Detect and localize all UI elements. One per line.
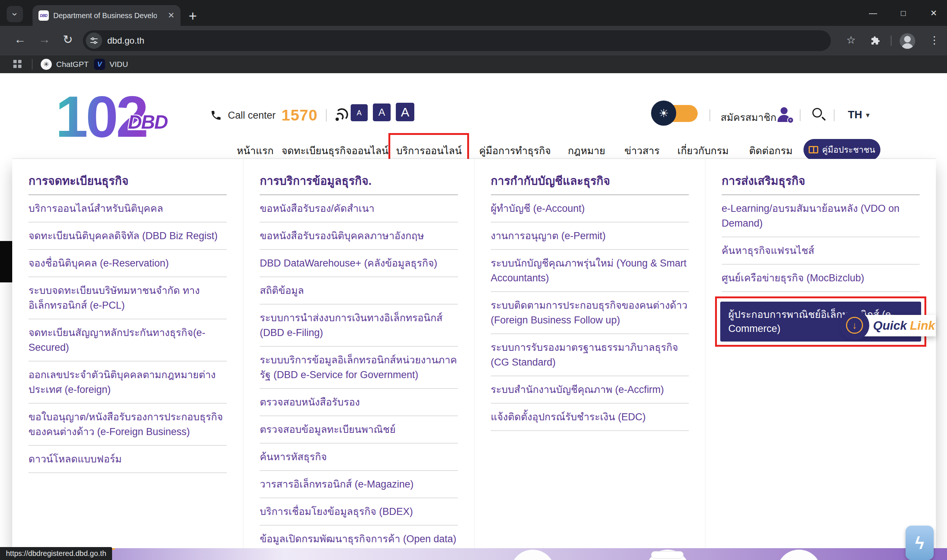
nav-item-business-guide[interactable]: คู่มือการทำธุรกิจ: [479, 143, 551, 158]
menu-item[interactable]: สถิติข้อมูล: [260, 277, 458, 305]
bookmark-vidu[interactable]: V VIDU: [94, 58, 128, 71]
screen: › DBD Department of Business Develo ✕ + …: [0, 0, 947, 560]
menu-item[interactable]: จดทะเบียนสัญญาหลักประกันทางธุรกิจ(e-Secu…: [28, 319, 227, 362]
call-center: Call center 1570: [210, 106, 347, 125]
menu-column-header: การส่งเสริมธุรกิจ: [722, 172, 920, 195]
apps-grid-icon[interactable]: [13, 60, 22, 68]
rss-icon[interactable]: [335, 109, 347, 122]
nav-item-about[interactable]: เกี่ยวกับกรม: [677, 143, 729, 158]
search-icon[interactable]: [812, 108, 822, 117]
menu-column-promotion: การส่งเสริมธุรกิจ e-Learning/อบรมสัมนาย้…: [705, 159, 936, 548]
menu-item[interactable]: ค้นหาธุรกิจแฟรนไชส์: [722, 237, 920, 265]
menu-item[interactable]: ระบบการนำส่งงบการเงินทางอิเล็กทรอนิกส์ (…: [260, 305, 458, 347]
person-add-icon[interactable]: +: [776, 106, 792, 123]
call-center-number[interactable]: 1570: [282, 106, 318, 124]
menu-item[interactable]: บริการออนไลน์สำหรับนิติบุคคล: [28, 195, 227, 223]
extensions-icon[interactable]: [870, 35, 881, 47]
back-icon[interactable]: ←: [14, 32, 26, 46]
dbd-favicon: DBD: [39, 10, 49, 21]
menu-item[interactable]: ดาวน์โหลดแบบฟอร์ม: [28, 446, 227, 473]
chevron-down-icon: ▾: [866, 111, 870, 119]
menu-item[interactable]: ระบบจดทะเบียนบริษัทมหาชนจำกัด ทางอิเล็กท…: [28, 277, 227, 319]
menu-item[interactable]: แจ้งติดตั้งอุปกรณ์รับชำระเงิน (EDC): [491, 404, 689, 431]
menu-item[interactable]: ระบบบริการข้อมูลอิเล็กทรอนิกส์หน่วยงานภา…: [260, 347, 458, 389]
menu-item[interactable]: DBD DataWarehouse+ (คลังข้อมูลธุรกิจ): [260, 250, 458, 277]
reload-icon[interactable]: ↻: [63, 32, 73, 46]
menu-item[interactable]: จดทะเบียนนิติบุคคลดิจิทัล (DBD Biz Regis…: [28, 223, 227, 250]
address-bar[interactable]: dbd.go.th: [83, 30, 831, 51]
profile-avatar[interactable]: [900, 33, 915, 49]
language-selector[interactable]: TH ▾: [848, 109, 870, 121]
nav-item-news[interactable]: ข่าวสาร: [625, 143, 660, 158]
forward-icon[interactable]: →: [39, 32, 50, 46]
bookmark-star-icon[interactable]: ☆: [847, 34, 856, 46]
menu-kebab-icon[interactable]: ⋮: [929, 34, 939, 46]
chat-widget-icon[interactable]: ϟ: [905, 526, 934, 560]
citizen-manual-label: คู่มือประชาชน: [822, 143, 875, 156]
menu-item[interactable]: ระบบติดตามการประกอบธุรกิจของคนต่างด้าว (…: [491, 292, 689, 334]
logo-brand: DBD: [128, 111, 168, 133]
language-label: TH: [848, 109, 862, 121]
menu-item[interactable]: e-Learning/อบรมสัมนาย้อนหลัง (VDO on Dem…: [722, 195, 920, 237]
header-divider: [834, 109, 834, 121]
theme-toggle[interactable]: ☀: [662, 105, 698, 122]
menu-item[interactable]: ระบบนักบัญชีคุณภาพรุ่นใหม่ (Young & Smar…: [491, 250, 689, 292]
menu-item[interactable]: ออกเลขประจำตัวนิติบุคคลตามกฎหมายต่างประเ…: [28, 362, 227, 404]
divider: [326, 109, 327, 122]
register-member-link[interactable]: สมัครสมาชิก: [720, 109, 776, 125]
menu-item[interactable]: งานการอนุญาต (e-Permit): [491, 223, 689, 250]
menu-item[interactable]: ขอใบอนุญาต/หนังสือรับรองการประกอบธุรกิจข…: [28, 404, 227, 446]
quicklink-word1: Quick: [873, 318, 907, 333]
menu-column-supervision: การกำกับบัญชีและธุรกิจ ผู้ทำบัญชี (e-Acc…: [474, 159, 705, 548]
chevron-down-icon: ›: [9, 12, 20, 16]
menu-column-header: การจดทะเบียนธุรกิจ: [28, 172, 227, 195]
quick-link-button[interactable]: ↓ Quick Link: [844, 315, 936, 336]
url-text: dbd.go.th: [107, 35, 144, 46]
banner-circle-icon: [511, 550, 555, 560]
menu-item[interactable]: จองชื่อนิติบุคคล (e-Reservation): [28, 250, 227, 277]
menu-item[interactable]: ตรวจสอบข้อมูลทะเบียนพาณิชย์: [260, 416, 458, 443]
menu-column-information: การบริการข้อมูลธุรกิจ. ขอหนังสือรับรอง/ค…: [243, 159, 474, 548]
menu-item[interactable]: ขอหนังสือรับรอง/คัดสำเนา: [260, 195, 458, 223]
tab-title: Department of Business Develo: [53, 11, 157, 20]
font-size-large-button[interactable]: A: [396, 103, 414, 121]
close-button[interactable]: ✕: [925, 7, 942, 20]
menu-item[interactable]: ระบบสำนักงานบัญชีคุณภาพ (e-Accfirm): [491, 376, 689, 404]
bookmark-chatgpt[interactable]: ✳ ChatGPT: [41, 58, 89, 71]
banner-pill: [651, 551, 683, 558]
maximize-button[interactable]: □: [895, 7, 912, 20]
menu-item[interactable]: ศูนย์เครือข่ายธุรกิจ (MocBizclub): [722, 265, 920, 292]
nav-item-home[interactable]: หน้าแรก: [237, 143, 274, 158]
font-size-medium-button[interactable]: A: [373, 103, 391, 121]
sun-icon: ☀: [651, 100, 676, 126]
call-center-label: Call center: [228, 110, 276, 121]
nav-item-online-registration[interactable]: จดทะเบียนธุรกิจออนไลน์: [282, 143, 389, 158]
vidu-icon: V: [94, 59, 105, 70]
font-size-small-button[interactable]: A: [351, 104, 368, 121]
site-settings-icon[interactable]: [86, 32, 102, 49]
citizen-manual-button[interactable]: คู่มือประชาชน: [804, 139, 881, 160]
dbd-102-logo[interactable]: 102 DBD: [56, 85, 214, 152]
book-icon: [809, 146, 818, 154]
banner-circle-icon: [777, 550, 821, 560]
nav-item-law[interactable]: กฎหมาย: [568, 143, 605, 158]
menu-item[interactable]: ระบบการรับรองมาตรฐานธรรมาภิบาลธุรกิจ (CG…: [491, 334, 689, 376]
toolbar-divider: [891, 35, 891, 46]
menu-column-header: การบริการข้อมูลธุรกิจ.: [260, 172, 458, 195]
menu-item[interactable]: ตรวจสอบหนังสือรับรอง: [260, 389, 458, 416]
menu-column-header: การกำกับบัญชีและธุรกิจ: [491, 172, 689, 195]
tab-close-icon[interactable]: ✕: [168, 11, 174, 20]
menu-item[interactable]: ค้นหารหัสธุรกิจ: [260, 443, 458, 471]
new-tab-button[interactable]: +: [189, 8, 197, 24]
menu-item[interactable]: บริการเชื่อมโยงข้อมูลธุรกิจ (BDEX): [260, 498, 458, 526]
minimize-button[interactable]: —: [865, 7, 881, 20]
nav-item-contact[interactable]: ติดต่อกรม: [749, 143, 792, 158]
menu-item[interactable]: ขอหนังสือรับรองนิติบุคคลภาษาอังกฤษ: [260, 223, 458, 250]
tab-search-button[interactable]: ›: [7, 6, 23, 22]
header-divider: [800, 109, 800, 121]
phone-icon: [210, 109, 222, 121]
browser-tab[interactable]: DBD Department of Business Develo ✕: [32, 5, 180, 26]
menu-item[interactable]: วารสารอิเล็กทรอนิกส์ (e-Magazine): [260, 471, 458, 498]
menu-item[interactable]: ผู้ทำบัญชี (e-Account): [491, 195, 689, 223]
bookmarks-divider: [32, 59, 32, 69]
